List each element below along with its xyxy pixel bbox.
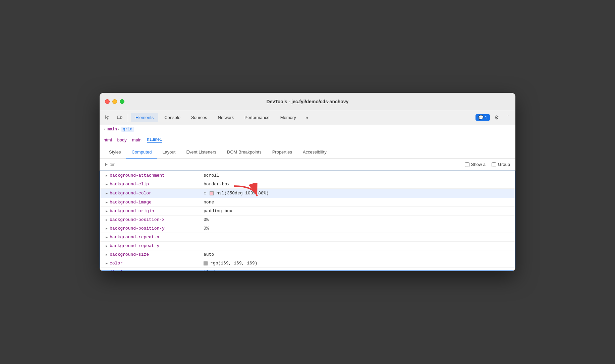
breadcrumb-arrow: ‹ main ›	[104, 127, 119, 132]
traffic-lights	[105, 99, 124, 104]
prop-name: background-clip	[110, 182, 204, 187]
more-options-button[interactable]: ⋮	[503, 113, 513, 122]
toolbar-divider	[128, 114, 128, 122]
override-circle-icon: ⊙	[204, 190, 206, 196]
chat-count: 1	[485, 115, 487, 120]
element-nav-h1[interactable]: h1.line1	[147, 137, 162, 143]
expand-icon: ▶	[106, 174, 108, 178]
prop-name: background-position-y	[110, 226, 204, 231]
prop-value-color: rgb(169, 169, 169)	[204, 261, 257, 266]
tab-memory[interactable]: Memory	[276, 113, 301, 122]
more-tabs-button[interactable]: »	[302, 113, 312, 122]
settings-button[interactable]: ⚙	[492, 113, 501, 122]
filter-options: Show all Group	[465, 162, 510, 167]
table-row[interactable]: ▶ color rgb(169, 169, 169)	[100, 259, 515, 268]
breadcrumb-grid-badge: grid	[121, 127, 134, 132]
show-all-checkbox[interactable]	[465, 162, 469, 167]
color-swatch[interactable]	[210, 191, 214, 195]
tag-breadcrumb: ‹ main › grid	[100, 125, 515, 134]
prop-value: 0%	[204, 217, 209, 222]
prop-value: block	[204, 269, 217, 271]
expand-icon: ▶	[106, 227, 108, 231]
chat-badge[interactable]: 💬 1	[476, 114, 490, 121]
panel-tab-computed[interactable]: Computed	[126, 146, 157, 159]
panel-tab-accessibility[interactable]: Accessibility	[297, 146, 332, 159]
prop-name: color	[110, 261, 204, 266]
prop-name: display	[110, 269, 204, 271]
panel-tab-layout[interactable]: Layout	[157, 146, 181, 159]
expand-icon: ▶	[106, 244, 108, 248]
inspect-element-button[interactable]	[102, 112, 113, 123]
expand-icon: ▶	[106, 200, 108, 204]
table-row[interactable]: ▶ background-repeat-y	[100, 242, 515, 250]
table-row[interactable]: ▶ background-size auto	[100, 250, 515, 259]
table-row[interactable]: ▶ background-repeat-x	[100, 233, 515, 242]
tab-network[interactable]: Network	[213, 113, 239, 122]
filter-input-wrap	[105, 162, 172, 167]
show-all-text: Show all	[471, 162, 488, 167]
title-bar: DevTools - jec.fyi/demo/cds-anchovy	[100, 93, 515, 110]
table-row[interactable]: ▶ background-position-y 0%	[100, 224, 515, 233]
element-nav-main[interactable]: main	[132, 137, 142, 142]
expand-icon: ▶	[106, 235, 108, 239]
table-row[interactable]: ▶ background-position-x 0%	[100, 216, 515, 224]
panel-tabs: Styles Computed Layout Event Listeners D…	[100, 146, 515, 159]
table-row[interactable]: ▶ background-origin padding-box	[100, 207, 515, 216]
table-row[interactable]: ▶ background-clip border-box	[100, 180, 515, 189]
gear-icon: ⚙	[494, 114, 499, 121]
color-swatch-gray[interactable]	[204, 261, 208, 265]
table-row-highlighted[interactable]: ▶ background-color ⊙ hsl(350deg 100% 88%…	[100, 189, 515, 198]
panel-tab-styles[interactable]: Styles	[104, 146, 126, 159]
prop-name: background-origin	[110, 208, 204, 214]
expand-icon: ▶	[106, 270, 108, 271]
properties-container: ▶ background-attachment scroll ▶ backgro…	[100, 171, 515, 271]
toolbar-right: 💬 1 ⚙ ⋮	[476, 113, 513, 122]
close-button[interactable]	[105, 99, 110, 104]
element-nav-html[interactable]: html	[104, 137, 112, 142]
expand-icon: ▶	[106, 261, 108, 265]
prop-value: border-box	[204, 182, 230, 187]
chat-icon: 💬	[478, 115, 484, 120]
expand-icon: ▶	[106, 253, 108, 257]
prop-name: background-repeat-x	[110, 235, 204, 240]
prop-name: background-position-x	[110, 217, 204, 222]
three-dots-icon: ⋮	[505, 114, 511, 121]
prop-value: 0%	[204, 226, 209, 231]
prop-name: background-size	[110, 252, 204, 257]
prop-value: auto	[204, 252, 214, 257]
table-row[interactable]: ▶ background-attachment scroll	[100, 171, 515, 180]
tab-sources[interactable]: Sources	[186, 113, 212, 122]
table-row[interactable]: ▶ display block	[100, 268, 515, 271]
prop-value: padding-box	[204, 208, 232, 214]
panel-tab-properties[interactable]: Properties	[267, 146, 297, 159]
filter-input[interactable]	[105, 162, 172, 167]
prop-name: background-image	[110, 200, 204, 205]
element-nav: html body main h1.line1	[100, 134, 515, 146]
devtools-window: DevTools - jec.fyi/demo/cds-anchovy Elem…	[100, 93, 515, 271]
panel-tab-dom-breakpoints[interactable]: DOM Breakpoints	[222, 146, 267, 159]
maximize-button[interactable]	[120, 99, 124, 104]
tab-performance[interactable]: Performance	[240, 113, 274, 122]
device-toggle-button[interactable]	[114, 112, 125, 123]
tab-console[interactable]: Console	[160, 113, 185, 122]
minimize-button[interactable]	[112, 99, 117, 104]
prop-value: scroll	[204, 173, 219, 178]
prop-name: background-repeat-y	[110, 243, 204, 248]
prop-value: none	[204, 200, 214, 205]
prop-name-bg-color: background-color	[110, 191, 204, 196]
panel-tab-event-listeners[interactable]: Event Listeners	[181, 146, 222, 159]
main-toolbar: Elements Console Sources Network Perform…	[100, 110, 515, 125]
group-checkbox[interactable]	[492, 162, 496, 167]
css-properties-panel: ▶ background-attachment scroll ▶ backgro…	[100, 171, 515, 271]
element-nav-body[interactable]: body	[117, 137, 127, 142]
svg-rect-1	[121, 117, 122, 118]
table-row[interactable]: ▶ background-image none	[100, 198, 515, 207]
prop-name: background-attachment	[110, 173, 204, 178]
show-all-label[interactable]: Show all	[465, 162, 488, 167]
expand-icon: ▶	[106, 218, 108, 222]
group-text: Group	[498, 162, 510, 167]
tab-elements[interactable]: Elements	[131, 113, 158, 122]
svg-rect-0	[117, 116, 121, 119]
group-label[interactable]: Group	[492, 162, 510, 167]
expand-icon: ▶	[106, 209, 108, 213]
